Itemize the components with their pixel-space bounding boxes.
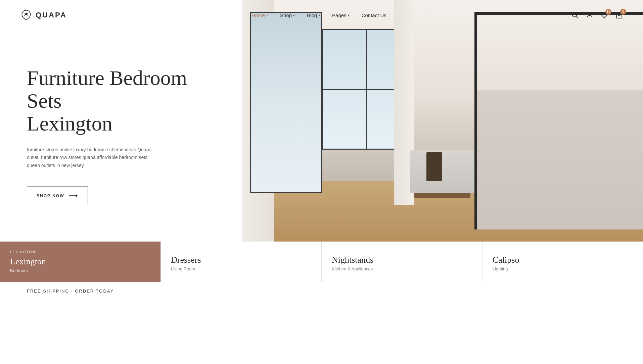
category-nightstands[interactable]: Nightstands Kitchen & Appliances — [322, 242, 483, 282]
nav-contact[interactable]: Contact Us — [362, 12, 386, 18]
footer-strip: FREE SHIPPING · ORDER TODAY — [0, 282, 643, 300]
category-strip: LEXINGTON Lexington Bedroom Dressers Liv… — [0, 242, 643, 282]
brand-name: QUAPA — [36, 11, 67, 19]
nav-blog[interactable]: Blog ▾ — [307, 12, 320, 18]
hero-image — [242, 0, 643, 242]
wishlist-badge: 11 — [605, 9, 611, 15]
site-header: QUAPA Home ▾ Shop ▾ Blog ▾ Pages ▾ Conta… — [0, 0, 643, 30]
category-calipso[interactable]: Calipso Lighting — [483, 242, 643, 282]
user-button[interactable] — [586, 11, 593, 19]
nav-shop[interactable]: Shop ▾ — [280, 12, 295, 18]
free-shipping-text: FREE SHIPPING · ORDER TODAY — [27, 289, 114, 294]
nav-pages[interactable]: Pages ▾ — [332, 12, 350, 18]
search-button[interactable] — [571, 11, 579, 19]
hero-description: furniture stores online luxury bedroom s… — [27, 146, 154, 170]
nav-pages-arrow: ▾ — [348, 13, 350, 17]
shop-now-arrow: ⟶ — [69, 192, 78, 200]
header-icons: 11 0 — [571, 11, 623, 19]
nav-home[interactable]: Home ▾ — [251, 12, 268, 18]
category-nightstands-sub: Kitchen & Appliances — [332, 266, 472, 271]
category-lexington-label: LEXINGTON — [10, 250, 150, 254]
svg-line-1 — [576, 16, 578, 18]
hero-title: Furniture Bedroom Sets Lexington — [27, 66, 215, 135]
shop-now-button[interactable]: SHOP NOW ⟶ — [27, 187, 88, 205]
nav-home-arrow: ▾ — [266, 13, 268, 17]
logo[interactable]: QUAPA — [20, 9, 67, 21]
bedroom-scene — [242, 0, 643, 242]
cart-badge: 0 — [620, 9, 626, 15]
wishlist-button[interactable]: 11 — [601, 11, 608, 19]
plant — [426, 152, 443, 181]
category-calipso-sub: Lighting — [493, 266, 633, 271]
category-lexington-name: Lexington — [10, 257, 150, 267]
category-nightstands-name: Nightstands — [332, 255, 472, 265]
window-left — [250, 12, 322, 193]
category-dressers-sub: Living Room — [171, 266, 311, 271]
bed-mattress — [477, 90, 643, 229]
hero-section: Furniture Bedroom Sets Lexington furnitu… — [0, 0, 643, 242]
category-dressers-name: Dressers — [171, 255, 311, 265]
cart-button[interactable]: 0 — [615, 11, 623, 19]
nav-shop-arrow: ▾ — [293, 13, 295, 17]
category-dressers[interactable]: Dressers Living Room — [161, 242, 322, 282]
footer-line — [121, 291, 171, 291]
bed-frame — [474, 12, 643, 229]
category-lexington-sub: Bedroom — [10, 268, 150, 273]
nav-blog-arrow: ▾ — [318, 13, 320, 17]
hero-content: Furniture Bedroom Sets Lexington furnitu… — [0, 0, 242, 242]
category-calipso-name: Calipso — [493, 255, 633, 265]
category-lexington[interactable]: LEXINGTON Lexington Bedroom — [0, 242, 161, 282]
main-nav: Home ▾ Shop ▾ Blog ▾ Pages ▾ Contact Us — [251, 12, 386, 18]
svg-point-0 — [572, 13, 577, 17]
svg-point-2 — [588, 12, 591, 15]
